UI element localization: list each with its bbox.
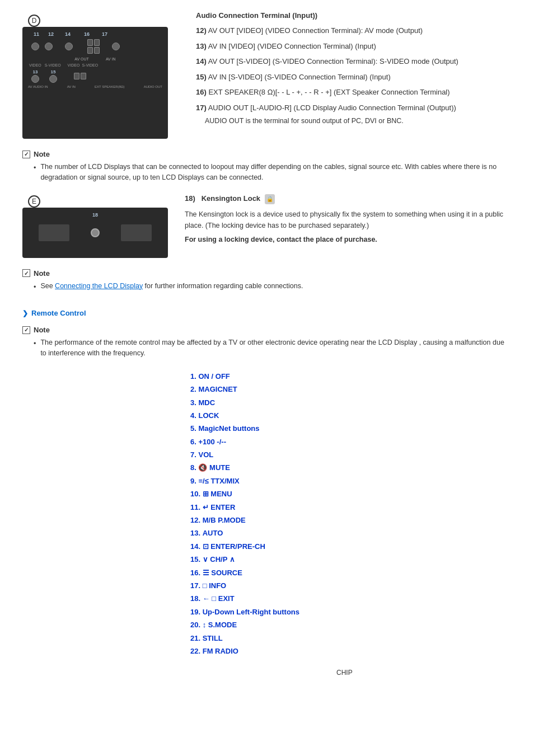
remote-item-16: 16. ☰ SOURCE	[190, 566, 512, 579]
note2-bullet: • See Connecting the LCD Display for fur…	[34, 281, 512, 293]
remote-item-4: 4. LOCK	[190, 409, 512, 422]
remote-item-19: 19. Up-Down Left-Right buttons	[190, 605, 512, 618]
device-e-wrapper: E 18	[22, 208, 168, 258]
speaker-port-l	[87, 39, 93, 46]
chip-label: CHIP	[336, 669, 353, 677]
remote-item-14: 14. ⊡ ENTER/PRE-CH	[190, 540, 512, 553]
port-12	[45, 43, 53, 50]
remote-item-5: 5. MagicNet buttons	[190, 422, 512, 435]
remote-control-section: ❯ Remote Control ✓ Note • The performanc…	[22, 309, 512, 658]
note-1: ✓ Note • The number of LCD Displays that…	[22, 150, 512, 183]
top-section: D 11 12 14 16 17	[22, 11, 512, 139]
note1-header: ✓ Note	[22, 150, 512, 158]
remote-control-label: Remote Control	[31, 309, 86, 317]
av-out-label: AV OUT	[74, 57, 89, 61]
remote-item-3: 3. MDC	[190, 396, 512, 409]
note-3: ✓ Note • The performance of the remote c…	[22, 326, 512, 359]
items-list: 12) AV OUT [VIDEO] (VIDEO Connection Ter…	[196, 25, 512, 126]
note3-header: ✓ Note	[22, 326, 512, 334]
arrow-icon: ❯	[22, 309, 28, 317]
device-box-d: 11 12 14 16 17	[22, 27, 168, 139]
remote-item-15: 15. ∨ CH/P ∧	[190, 553, 512, 566]
remote-item-18: 18. ← □ EXIT	[190, 592, 512, 605]
device-e-box: 18	[22, 208, 168, 258]
kensington-bold: For using a locking device, contact the …	[185, 236, 512, 243]
remote-item-8: 8. 🔇 MUTE	[190, 461, 512, 474]
note2-checkbox-icon: ✓	[22, 269, 30, 277]
speaker-port-r2	[94, 47, 100, 54]
note3-checkbox-icon: ✓	[22, 326, 30, 334]
remote-item-17: 17. □ INFO	[190, 579, 512, 592]
item17-note: AUDIO OUT is the terminal for sound outp…	[205, 116, 512, 126]
port-13	[31, 75, 39, 83]
remote-item-1: 1. ON / OFF	[190, 370, 512, 383]
note1-bullet: • The number of LCD Displays that can be…	[34, 162, 512, 183]
kensington-content: 18) Kensington Lock 🔒 The Kensington loc…	[185, 194, 512, 258]
speaker-port-r	[94, 39, 100, 46]
middle-section: E 18 18) Kensington Lock 🔒 The Kensingto…	[22, 194, 512, 258]
port-14	[65, 43, 73, 50]
remote-item-7: 7. VOL	[190, 448, 512, 461]
remote-list: 1. ON / OFF 2. MAGICNET 3. MDC 4. LOCK 5…	[190, 370, 512, 658]
kensington-lock-icon: 🔒	[265, 194, 275, 204]
note2-link[interactable]: Connecting the LCD Display	[55, 282, 143, 290]
remote-item-6: 6. +100 -/--	[190, 435, 512, 448]
remote-item-20: 20. ↕ S.MODE	[190, 618, 512, 631]
remote-item-11: 11. ↵ ENTER	[190, 501, 512, 514]
list-item-14: 14) AV OUT [S-VIDEO] (S-VIDEO Connection…	[196, 56, 512, 67]
speaker-port-l2	[87, 47, 93, 54]
note1-checkbox-icon: ✓	[22, 151, 30, 158]
list-item-13: 13) AV IN [VIDEO] (VIDEO Connection Term…	[196, 41, 512, 52]
note1-label: Note	[34, 150, 50, 158]
list-item-12: 12) AV OUT [VIDEO] (VIDEO Connection Ter…	[196, 25, 512, 36]
note3-bullet: • The performance of the remote control …	[34, 337, 512, 359]
audio-out-r	[81, 73, 86, 79]
kensington-title-num: 18) Kensington Lock 🔒	[185, 194, 512, 204]
remote-item-22: 22. FM RADIO	[190, 645, 512, 658]
port-17	[112, 43, 120, 50]
note2-text: See Connecting the LCD Display for furth…	[40, 281, 303, 293]
kensington-desc: The Kensington lock is a device used to …	[185, 209, 512, 231]
remote-item-13: 13. AUTO	[190, 527, 512, 539]
kensington-num-on-device: 18	[92, 212, 98, 218]
audio-out-l	[74, 73, 79, 79]
remote-item-10: 10. ⊞ MENU	[190, 487, 512, 500]
av-in-label: AV IN	[106, 57, 116, 61]
list-item-16: 16) EXT SPEAKER(8 Ω)[- - L - +, - - R - …	[196, 87, 512, 98]
note2-label: Note	[34, 269, 50, 278]
remote-item-2: 2. MAGICNET	[190, 383, 512, 396]
note1-text: The number of LCD Displays that can be c…	[40, 162, 512, 183]
slot-right	[121, 224, 152, 241]
note3-text: The performance of the remote control ma…	[40, 337, 512, 359]
kensington-slot	[91, 228, 100, 237]
remote-item-12: 12. M/B P.MODE	[190, 514, 512, 527]
circle-d: D	[28, 15, 40, 27]
port-15	[49, 75, 57, 83]
note2-header: ✓ Note	[22, 269, 512, 278]
remote-control-header: ❯ Remote Control	[22, 309, 512, 317]
list-item-17: 17) AUDIO OUT [L-AUDIO-R] (LCD Display A…	[196, 102, 512, 126]
right-content-top: Audio Connection Terminal (Input)) 12) A…	[196, 11, 512, 139]
list-item-15: 15) AV IN [S-VIDEO] (S-VIDEO Connection …	[196, 72, 512, 83]
device-image-d: D 11 12 14 16 17	[22, 11, 179, 139]
port-11	[31, 43, 39, 50]
remote-item-9: 9. ≡/≤ TTX/MIX	[190, 475, 512, 487]
note3-label: Note	[34, 326, 50, 334]
slot-left	[39, 224, 69, 241]
circle-e: E	[28, 195, 40, 208]
intro-label: Audio Connection Terminal (Input))	[196, 11, 512, 20]
remote-item-21: 21. STILL	[190, 632, 512, 645]
note-2: ✓ Note • See Connecting the LCD Display …	[22, 269, 512, 293]
